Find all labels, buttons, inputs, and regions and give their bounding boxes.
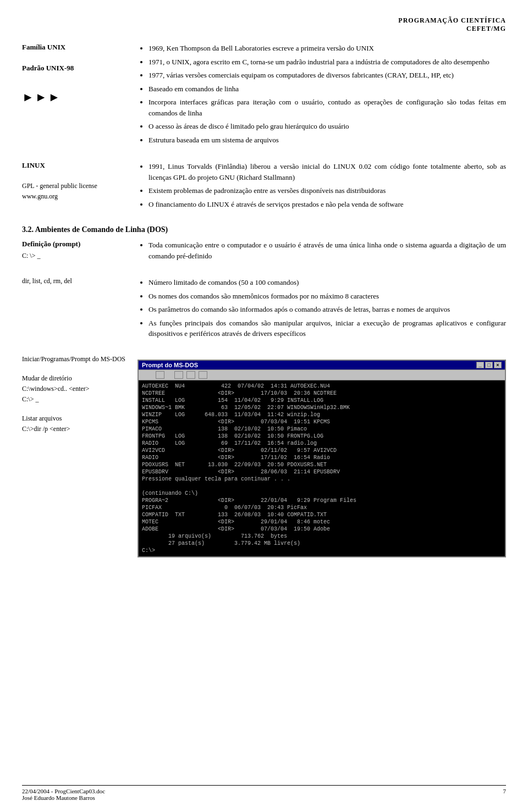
unix-bullet-7: Estrutura baseada em um sistema de arqui…	[148, 135, 506, 146]
minimize-button[interactable]: _	[476, 362, 484, 368]
dir-p-label: C:\>dir /p <enter>	[22, 425, 127, 433]
unix-right: 1969, Ken Thompson da Bell Laboratories …	[138, 43, 506, 148]
toolbar-icon-4[interactable]: A	[199, 371, 207, 379]
unix-bullet-3: 1977, várias versões comerciais equipam …	[148, 70, 506, 81]
dos-def-bullet-list: Toda comunicação entre o computador e o …	[138, 240, 506, 261]
dos-heading: 3.2. Ambientes de Comando de Linha (DOS)	[22, 225, 506, 234]
dos-cmd-bullet-2: Os nomes dos comandos são mnemônicos for…	[148, 291, 506, 302]
header-title-line1: PROGRAMAÇÃO CIENTÍFICA	[22, 16, 506, 25]
section-msdos-terminal: Iniciar/Programas/Prompt do MS-DOS Mudar…	[22, 355, 506, 557]
close-button[interactable]: ×	[494, 362, 502, 368]
dos-title-text: Prompt do MS-DOS	[142, 362, 198, 368]
listar-label: Listar arquivos	[22, 415, 127, 423]
dos-cmd-bullet-list: Número limitado de comandos (50 a 100 co…	[138, 277, 506, 339]
msdos-left: Iniciar/Programas/Prompt do MS-DOS Mudar…	[22, 355, 138, 557]
footer-page-number: 7	[503, 788, 507, 794]
msdos-right: Prompt do MS-DOS _ □ × Auto ▼ | C P A AU…	[138, 355, 506, 557]
dir-list-label: dir, list, cd, rm, del	[22, 277, 127, 285]
unix-bullet-6: O acesso às áreas de disco é limitado pe…	[148, 121, 506, 132]
linux-bullet-2: Existem problemas de padronização entre …	[148, 185, 506, 196]
toolbar-auto-label: Auto	[141, 372, 152, 378]
dos-cmd-bullet-4: As funções principais dos comandos são m…	[148, 318, 506, 339]
unix-bullet-4: Baseado em comandos de linha	[148, 84, 506, 95]
linux-bullet-1: 1991, Linus Torvalds (Finlândia) liberou…	[148, 161, 506, 183]
dos-cmd-bullet-1: Número limitado de comandos (50 a 100 co…	[148, 277, 506, 288]
page-container: PROGRAMAÇÃO CIENTÍFICA CEFET/MG Família …	[0, 0, 528, 812]
section-dos-heading-wrapper: 3.2. Ambientes de Comando de Linha (DOS)	[22, 225, 506, 234]
page-header: PROGRAMAÇÃO CIENTÍFICA CEFET/MG	[22, 16, 506, 33]
dos-terminal-window: Prompt do MS-DOS _ □ × Auto ▼ | C P A AU…	[138, 360, 506, 557]
maximize-button[interactable]: □	[485, 362, 493, 368]
toolbar-icon-2[interactable]: C	[174, 371, 183, 379]
linux-right: 1991, Linus Torvalds (Finlândia) liberou…	[138, 161, 506, 212]
footer-author: José Eduardo Mautone Barros	[22, 794, 105, 801]
section-unix: Família UNIX Padrão UNIX-98 ►►► 1969, Ke…	[22, 43, 506, 148]
linux-bullet-3: O financiamento do LINUX é através de se…	[148, 199, 506, 210]
toolbar-spacer: |	[170, 372, 171, 378]
unix-bullet-1: 1969, Ken Thompson da Bell Laboratories …	[148, 43, 506, 54]
mudar-dir-label: Mudar de diretório	[22, 374, 127, 383]
section-dos-commands: dir, list, cd, rm, del Número limitado d…	[22, 277, 506, 342]
padrao-unix-label: Padrão UNIX-98	[22, 64, 127, 73]
dos-cmd-bullet-3: Os parâmetros do comando são informados …	[148, 304, 506, 315]
unix-bullet-5: Incorpora interfaces gráficas para itera…	[148, 97, 506, 118]
page-footer: 22/04/2004 - ProgCientCap03.doc José Edu…	[22, 785, 506, 801]
unix-bullet-2: 1971, o UNIX, agora escrito em C, torna-…	[148, 57, 506, 68]
familia-unix-label: Família UNIX	[22, 43, 127, 52]
definicao-label: Definição (prompt)	[22, 240, 127, 248]
gnu-url-label: www.gnu.org	[22, 192, 127, 201]
section-linux: LINUX GPL - general public license www.g…	[22, 161, 506, 212]
header-title-line2: CEFET/MG	[22, 25, 506, 33]
cd-enter-label: C:\windows>cd.. <enter>	[22, 385, 127, 393]
toolbar-icon-3[interactable]: P	[186, 371, 195, 379]
dos-window-buttons: _ □ ×	[476, 362, 502, 368]
dos-titlebar: Prompt do MS-DOS _ □ ×	[139, 361, 505, 370]
dos-def-right: Toda comunicação entre o computador e o …	[138, 240, 506, 264]
linux-label: LINUX	[22, 161, 127, 170]
dos-def-bullet-1: Toda comunicação entre o computador e o …	[148, 240, 506, 261]
dos-cmd-right: Número limitado de comandos (50 a 100 co…	[138, 277, 506, 342]
prompt-example: C: \> _	[22, 252, 127, 260]
dos-toolbar: Auto ▼ | C P A	[139, 370, 505, 380]
c-prompt-label: C:\> _	[22, 395, 127, 404]
linux-left: LINUX GPL - general public license www.g…	[22, 161, 138, 212]
dos-def-left: Definição (prompt) C: \> _	[22, 240, 138, 264]
iniciar-label: Iniciar/Programas/Prompt do MS-DOS	[22, 355, 127, 363]
section-dos-definition: Definição (prompt) C: \> _ Toda comunica…	[22, 240, 506, 264]
gpl-label: GPL - general public license	[22, 182, 127, 190]
footer-date: 22/04/2004 - ProgCientCap03.doc	[22, 788, 105, 794]
unix-bullet-list: 1969, Ken Thompson da Bell Laboratories …	[138, 43, 506, 145]
dos-cmd-left: dir, list, cd, rm, del	[22, 277, 138, 342]
linux-bullet-list: 1991, Linus Torvalds (Finlândia) liberou…	[138, 161, 506, 209]
unix-left: Família UNIX Padrão UNIX-98 ►►►	[22, 43, 138, 148]
footer-left-block: 22/04/2004 - ProgCientCap03.doc José Edu…	[22, 788, 105, 801]
dos-body: AUTOEXEC NU4 422 07/04/02 14:31 AUTOEXEC…	[139, 380, 505, 556]
toolbar-icon-1[interactable]: ▼	[156, 371, 164, 379]
arrows-icon: ►►►	[22, 90, 127, 104]
